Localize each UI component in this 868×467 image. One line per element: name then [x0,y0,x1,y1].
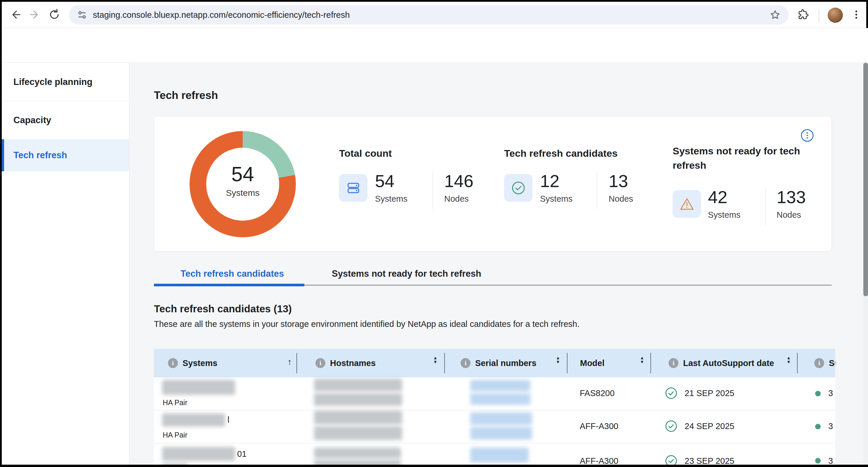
candidates-table: i Systems ↑ i Hostnames ▲▼ i Serial numb… [154,349,835,465]
not-ready-tile [673,190,701,218]
support-status-dot [815,458,821,464]
column-header-hostnames[interactable]: Hostnames [330,359,376,368]
asup-check-circle-icon [665,420,678,433]
sort-icon[interactable]: ▲▼ [640,356,644,364]
stat-divider [433,172,433,209]
sidebar-item-capacity[interactable]: Capacity [2,101,129,139]
bookmark-star-icon[interactable] [769,9,781,21]
browser-reload-button[interactable] [48,8,61,21]
support-status-dot [815,424,821,429]
asup-date-cell: 23 SEP 2025 [685,456,734,465]
sidebar-item-label: Capacity [13,115,51,126]
table-row[interactable]: l HA Pair AFF-A300 24 SEP 2025 3 [154,410,835,443]
systems-tile [339,174,367,202]
redacted-hostname [314,393,402,406]
site-settings-icon[interactable] [76,9,88,21]
table-header-row: i Systems ↑ i Hostnames ▲▼ i Serial numb… [154,349,835,377]
redacted-hostname [314,426,402,440]
window-frame-right [866,0,868,28]
redacted-serial-link[interactable] [470,412,532,425]
column-header-support-clipped[interactable]: Su [829,359,835,368]
column-header-systems[interactable]: Systems [183,359,217,368]
address-bar[interactable]: staging.console.bluexp.netapp.com/econom… [69,5,788,25]
redacted-hostname [314,447,401,459]
browser-toolbar: staging.console.bluexp.netapp.com/econom… [2,2,866,28]
info-icon[interactable]: i [814,358,824,368]
extensions-button[interactable] [797,8,810,21]
asup-date-cell: 21 SEP 2025 [685,389,734,398]
candidates-title: Tech refresh candidates [504,148,618,159]
forward-arrow-icon [29,9,41,21]
stat-divider [766,189,766,225]
candidates-nodes-count: 13 [609,172,633,191]
kebab-menu-icon [850,9,862,21]
support-cell-clipped: 3 [828,456,833,465]
warning-triangle-icon [679,196,695,212]
browser-menu-button[interactable] [850,8,863,21]
model-cell: FAS8200 [580,389,615,398]
sort-icon[interactable]: ▲▼ [786,356,791,364]
url-text: staging.console.bluexp.netapp.com/econom… [93,10,350,20]
asup-date-cell: 24 SEP 2025 [685,422,734,431]
candidates-nodes-label: Nodes [609,194,633,204]
sidebar: Lifecycle planning Capacity Tech refresh [2,63,129,465]
redacted-serial-link[interactable] [470,393,530,405]
donut-center-label: Systems [190,188,296,198]
redacted-serial-link[interactable] [470,447,529,463]
tab-tech-refresh-candidates[interactable]: Tech refresh candidates [181,269,284,279]
redacted-serial-link[interactable] [470,380,530,391]
sidebar-item-tech-refresh[interactable]: Tech refresh [2,139,129,171]
total-nodes-count: 146 [444,172,473,191]
app-header [2,28,868,63]
toolbar-divider [819,9,819,22]
sidebar-item-lifecycle-planning[interactable]: Lifecycle planning [2,63,129,101]
info-icon[interactable]: i [168,358,178,368]
card-info-menu-button[interactable] [801,129,814,142]
support-cell-clipped: 3 [828,422,833,431]
support-cell-clipped: 3 [828,389,833,398]
column-header-last-autosupport-date[interactable]: Last AutoSupport date [683,359,774,368]
column-divider [444,353,445,373]
table-row[interactable]: HA Pair FAS8200 21 SEP 2025 3 [154,377,835,410]
total-nodes-label: Nodes [444,194,473,204]
model-cell: AFF-A300 [580,456,618,465]
puzzle-icon [797,8,809,21]
total-systems-label: Systems [375,194,407,204]
candidates-systems-count: 12 [540,172,572,191]
column-divider [297,353,297,373]
stat-divider [597,172,597,209]
tab-systems-not-ready[interactable]: Systems not ready for tech refresh [332,269,481,279]
column-divider [797,353,798,373]
table-row[interactable]: 01 AFF-A300 23 SEP 2025 3 [154,443,835,465]
sidebar-item-label: Tech refresh [13,150,67,161]
redacted-hostname [314,378,402,391]
sort-icon[interactable]: ▲▼ [433,356,437,364]
sort-icon[interactable]: ▲▼ [556,356,560,364]
systems-icon [345,180,362,196]
summary-card: 54 Systems Total count 54 Systems 146 No… [154,116,832,252]
redacted-system-name [162,413,225,427]
column-header-model[interactable]: Model [580,359,604,368]
page-scrollbar-thumb[interactable] [863,63,868,296]
browser-profile-avatar[interactable] [828,8,843,23]
system-name-suffix: l [227,415,229,425]
browser-forward-button[interactable] [29,8,41,21]
page-title: Tech refresh [154,89,218,102]
not-ready-nodes-label: Nodes [777,210,806,220]
candidates-systems-label: Systems [540,194,572,204]
redacted-hostname [314,410,402,424]
not-ready-title: Systems not ready for tech refresh [673,144,810,172]
info-icon[interactable]: i [461,358,470,368]
column-header-serial-numbers[interactable]: Serial numbers [475,359,536,368]
column-divider [567,353,567,373]
info-icon[interactable]: i [315,358,326,368]
info-icon[interactable]: i [669,358,678,368]
sort-ascending-icon[interactable]: ↑ [287,357,292,367]
donut-center-value: 54 [190,163,296,186]
redacted-system-name [162,447,235,461]
not-ready-nodes-count: 133 [777,188,806,207]
redacted-serial-link[interactable] [470,427,532,440]
browser-back-button[interactable] [9,8,22,21]
asup-check-circle-icon [665,387,678,400]
system-sub-label: HA Pair [163,398,187,407]
